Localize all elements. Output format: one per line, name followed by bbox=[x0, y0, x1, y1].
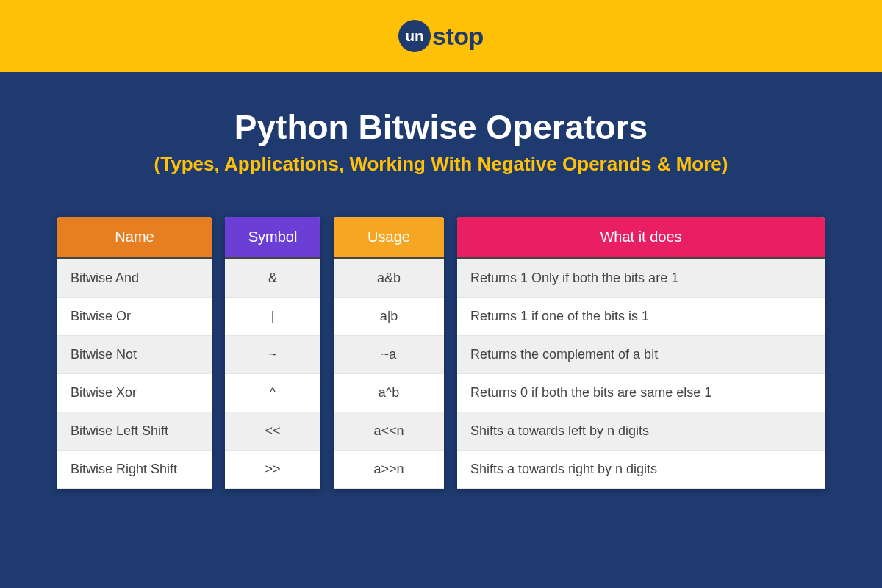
column-description: What it does Returns 1 Only if both the … bbox=[457, 217, 825, 489]
header-name: Name bbox=[57, 217, 212, 259]
brand-logo: un stop bbox=[398, 20, 484, 52]
page-title: Python Bitwise Operators bbox=[51, 107, 831, 147]
table-row: >> bbox=[225, 451, 320, 489]
table-row: | bbox=[225, 298, 320, 336]
content-area: Python Bitwise Operators (Types, Applica… bbox=[0, 72, 882, 489]
column-name: Name Bitwise And Bitwise Or Bitwise Not … bbox=[57, 217, 212, 489]
table-row: Bitwise Or bbox=[57, 298, 212, 336]
operators-table: Name Bitwise And Bitwise Or Bitwise Not … bbox=[51, 217, 831, 489]
logo-text: stop bbox=[432, 22, 484, 51]
page-subtitle: (Types, Applications, Working With Negat… bbox=[51, 153, 831, 176]
header-symbol: Symbol bbox=[225, 217, 320, 259]
table-row: Shifts a towards right by n digits bbox=[457, 451, 825, 489]
table-row: a|b bbox=[334, 298, 444, 336]
table-row: Returns 1 Only if both the bits are 1 bbox=[457, 259, 825, 298]
column-symbol: Symbol & | ~ ^ << >> bbox=[225, 217, 320, 489]
table-row: ~ bbox=[225, 336, 320, 374]
table-row: Bitwise Right Shift bbox=[57, 451, 212, 489]
table-row: Shifts a towards left by n digits bbox=[457, 412, 825, 451]
table-row: Bitwise Left Shift bbox=[57, 412, 212, 451]
table-row: Returns 1 if one of the bits is 1 bbox=[457, 298, 825, 336]
table-row: Bitwise And bbox=[57, 259, 212, 298]
table-row: ~a bbox=[334, 336, 444, 374]
table-row: & bbox=[225, 259, 320, 298]
table-row: ^ bbox=[225, 374, 320, 412]
header-bar: un stop bbox=[0, 0, 882, 72]
table-row: Returns the complement of a bit bbox=[457, 336, 825, 374]
table-row: a&b bbox=[334, 259, 444, 298]
column-usage: Usage a&b a|b ~a a^b a<<n a>>n bbox=[334, 217, 444, 489]
table-row: a>>n bbox=[334, 451, 444, 489]
table-row: Bitwise Not bbox=[57, 336, 212, 374]
table-row: << bbox=[225, 412, 320, 451]
table-row: Bitwise Xor bbox=[57, 374, 212, 412]
header-usage: Usage bbox=[334, 217, 444, 259]
table-row: Returns 0 if both the bits are same else… bbox=[457, 374, 825, 412]
logo-circle-icon: un bbox=[398, 20, 431, 52]
table-row: a^b bbox=[334, 374, 444, 412]
header-description: What it does bbox=[457, 217, 825, 259]
table-row: a<<n bbox=[334, 412, 444, 451]
